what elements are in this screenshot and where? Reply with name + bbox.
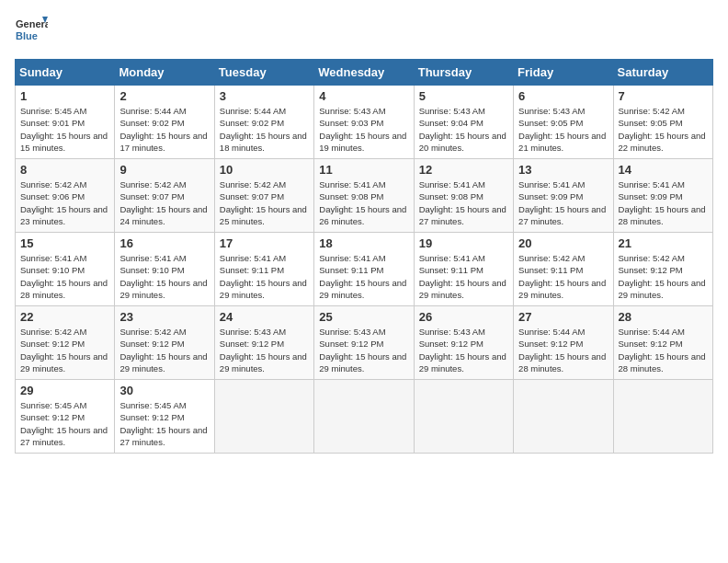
- day-number: 7: [619, 89, 708, 103]
- day-cell-17: 17 Sunrise: 5:41 AM Sunset: 9:11 PM Dayl…: [214, 233, 313, 306]
- day-info: Sunrise: 5:42 AM Sunset: 9:12 PM Dayligh…: [119, 326, 209, 374]
- day-number: 5: [419, 89, 508, 103]
- day-number: 27: [518, 310, 608, 324]
- day-info: Sunrise: 5:41 AM Sunset: 9:10 PM Dayligh…: [119, 252, 209, 301]
- day-cell-2: 2 Sunrise: 5:44 AM Sunset: 9:02 PM Dayli…: [115, 86, 214, 159]
- day-number: 23: [119, 310, 209, 324]
- day-cell-27: 27 Sunrise: 5:44 AM Sunset: 9:12 PM Dayl…: [514, 306, 613, 380]
- day-cell-24: 24 Sunrise: 5:43 AM Sunset: 9:12 PM Dayl…: [214, 306, 313, 380]
- day-number: 11: [319, 163, 408, 177]
- svg-text:Blue: Blue: [16, 30, 38, 41]
- day-info: Sunrise: 5:42 AM Sunset: 9:11 PM Dayligh…: [518, 252, 608, 301]
- day-cell-19: 19 Sunrise: 5:41 AM Sunset: 9:11 PM Dayl…: [414, 233, 513, 306]
- day-number: 30: [119, 384, 209, 397]
- logo-svg: General Blue: [15, 15, 48, 48]
- calendar-week-row: 1 Sunrise: 5:45 AM Sunset: 9:01 PM Dayli…: [16, 86, 713, 159]
- day-cell-23: 23 Sunrise: 5:42 AM Sunset: 9:12 PM Dayl…: [115, 306, 214, 380]
- empty-cell: [514, 380, 613, 454]
- day-info: Sunrise: 5:44 AM Sunset: 9:02 PM Dayligh…: [220, 105, 309, 154]
- day-number: 25: [319, 310, 408, 324]
- empty-cell: [414, 380, 513, 454]
- day-info: Sunrise: 5:43 AM Sunset: 9:03 PM Dayligh…: [319, 105, 408, 154]
- day-info: Sunrise: 5:43 AM Sunset: 9:04 PM Dayligh…: [419, 105, 508, 154]
- day-info: Sunrise: 5:42 AM Sunset: 9:06 PM Dayligh…: [20, 178, 109, 227]
- day-info: Sunrise: 5:44 AM Sunset: 9:12 PM Dayligh…: [518, 326, 608, 374]
- day-number: 28: [619, 310, 708, 324]
- day-cell-18: 18 Sunrise: 5:41 AM Sunset: 9:11 PM Dayl…: [314, 233, 414, 306]
- day-info: Sunrise: 5:42 AM Sunset: 9:07 PM Dayligh…: [119, 178, 209, 227]
- day-cell-3: 3 Sunrise: 5:44 AM Sunset: 9:02 PM Dayli…: [214, 86, 313, 159]
- day-info: Sunrise: 5:45 AM Sunset: 9:12 PM Dayligh…: [20, 399, 109, 448]
- day-number: 22: [20, 310, 109, 324]
- day-number: 9: [119, 163, 209, 177]
- day-info: Sunrise: 5:45 AM Sunset: 9:12 PM Dayligh…: [119, 399, 209, 448]
- day-cell-30: 30 Sunrise: 5:45 AM Sunset: 9:12 PM Dayl…: [115, 380, 214, 454]
- day-cell-28: 28 Sunrise: 5:44 AM Sunset: 9:12 PM Dayl…: [613, 306, 712, 380]
- day-number: 18: [319, 236, 408, 250]
- empty-cell: [314, 380, 414, 454]
- day-number: 29: [20, 384, 109, 397]
- day-info: Sunrise: 5:43 AM Sunset: 9:12 PM Dayligh…: [319, 326, 408, 374]
- weekday-header-sunday: Sunday: [16, 60, 115, 86]
- svg-text:General: General: [16, 18, 48, 29]
- logo: General Blue: [15, 15, 48, 48]
- day-number: 10: [220, 163, 309, 177]
- day-info: Sunrise: 5:42 AM Sunset: 9:12 PM Dayligh…: [619, 252, 708, 301]
- day-cell-12: 12 Sunrise: 5:41 AM Sunset: 9:08 PM Dayl…: [414, 159, 513, 233]
- day-cell-21: 21 Sunrise: 5:42 AM Sunset: 9:12 PM Dayl…: [613, 233, 712, 306]
- day-cell-20: 20 Sunrise: 5:42 AM Sunset: 9:11 PM Dayl…: [514, 233, 613, 306]
- day-cell-22: 22 Sunrise: 5:42 AM Sunset: 9:12 PM Dayl…: [16, 306, 115, 380]
- day-cell-8: 8 Sunrise: 5:42 AM Sunset: 9:06 PM Dayli…: [16, 159, 115, 233]
- weekday-header-tuesday: Tuesday: [214, 60, 313, 86]
- day-cell-4: 4 Sunrise: 5:43 AM Sunset: 9:03 PM Dayli…: [314, 86, 414, 159]
- day-cell-5: 5 Sunrise: 5:43 AM Sunset: 9:04 PM Dayli…: [414, 86, 513, 159]
- day-info: Sunrise: 5:41 AM Sunset: 9:09 PM Dayligh…: [518, 178, 608, 227]
- weekday-header-wednesday: Wednesday: [314, 60, 414, 86]
- day-number: 6: [518, 89, 608, 103]
- day-number: 16: [119, 236, 209, 250]
- day-number: 21: [619, 236, 708, 250]
- day-cell-26: 26 Sunrise: 5:43 AM Sunset: 9:12 PM Dayl…: [414, 306, 513, 380]
- day-cell-29: 29 Sunrise: 5:45 AM Sunset: 9:12 PM Dayl…: [16, 380, 115, 454]
- day-cell-9: 9 Sunrise: 5:42 AM Sunset: 9:07 PM Dayli…: [115, 159, 214, 233]
- day-cell-11: 11 Sunrise: 5:41 AM Sunset: 9:08 PM Dayl…: [314, 159, 414, 233]
- day-cell-16: 16 Sunrise: 5:41 AM Sunset: 9:10 PM Dayl…: [115, 233, 214, 306]
- day-cell-15: 15 Sunrise: 5:41 AM Sunset: 9:10 PM Dayl…: [16, 233, 115, 306]
- day-number: 26: [419, 310, 508, 324]
- day-cell-25: 25 Sunrise: 5:43 AM Sunset: 9:12 PM Dayl…: [314, 306, 414, 380]
- day-number: 14: [619, 163, 708, 177]
- day-info: Sunrise: 5:42 AM Sunset: 9:12 PM Dayligh…: [20, 326, 109, 374]
- day-info: Sunrise: 5:44 AM Sunset: 9:02 PM Dayligh…: [119, 105, 209, 154]
- day-number: 15: [20, 236, 109, 250]
- day-number: 17: [220, 236, 309, 250]
- day-info: Sunrise: 5:41 AM Sunset: 9:11 PM Dayligh…: [319, 252, 408, 301]
- day-number: 2: [119, 89, 209, 103]
- day-info: Sunrise: 5:44 AM Sunset: 9:12 PM Dayligh…: [619, 326, 708, 374]
- day-cell-10: 10 Sunrise: 5:42 AM Sunset: 9:07 PM Dayl…: [214, 159, 313, 233]
- weekday-header-friday: Friday: [514, 60, 613, 86]
- calendar-week-row: 8 Sunrise: 5:42 AM Sunset: 9:06 PM Dayli…: [16, 159, 713, 233]
- day-info: Sunrise: 5:41 AM Sunset: 9:08 PM Dayligh…: [419, 178, 508, 227]
- day-number: 13: [518, 163, 608, 177]
- day-info: Sunrise: 5:42 AM Sunset: 9:05 PM Dayligh…: [619, 105, 708, 154]
- day-number: 8: [20, 163, 109, 177]
- day-info: Sunrise: 5:41 AM Sunset: 9:11 PM Dayligh…: [419, 252, 508, 301]
- empty-cell: [613, 380, 712, 454]
- day-number: 20: [518, 236, 608, 250]
- day-info: Sunrise: 5:45 AM Sunset: 9:01 PM Dayligh…: [20, 105, 109, 154]
- header: General Blue: [15, 15, 713, 48]
- day-info: Sunrise: 5:41 AM Sunset: 9:11 PM Dayligh…: [220, 252, 309, 301]
- weekday-header-thursday: Thursday: [414, 60, 513, 86]
- day-number: 12: [419, 163, 508, 177]
- calendar-week-row: 15 Sunrise: 5:41 AM Sunset: 9:10 PM Dayl…: [16, 233, 713, 306]
- day-info: Sunrise: 5:41 AM Sunset: 9:09 PM Dayligh…: [619, 178, 708, 227]
- day-info: Sunrise: 5:43 AM Sunset: 9:12 PM Dayligh…: [419, 326, 508, 374]
- day-cell-13: 13 Sunrise: 5:41 AM Sunset: 9:09 PM Dayl…: [514, 159, 613, 233]
- weekday-header-row: SundayMondayTuesdayWednesdayThursdayFrid…: [16, 60, 713, 86]
- day-cell-7: 7 Sunrise: 5:42 AM Sunset: 9:05 PM Dayli…: [613, 86, 712, 159]
- calendar-table: SundayMondayTuesdayWednesdayThursdayFrid…: [15, 59, 713, 454]
- day-number: 4: [319, 89, 408, 103]
- weekday-header-saturday: Saturday: [613, 60, 712, 86]
- day-cell-1: 1 Sunrise: 5:45 AM Sunset: 9:01 PM Dayli…: [16, 86, 115, 159]
- day-number: 3: [220, 89, 309, 103]
